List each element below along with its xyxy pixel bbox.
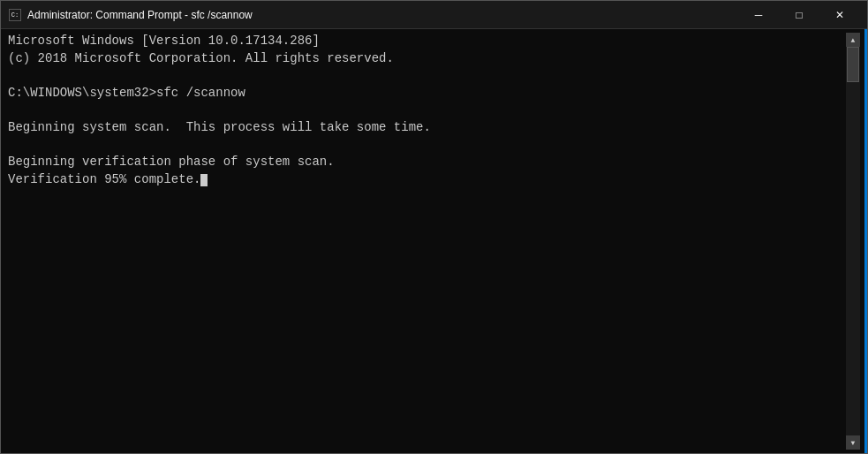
scrollbar-arrow-up[interactable]: ▲ <box>846 33 860 47</box>
cmd-app-icon <box>8 8 22 22</box>
maximize-button[interactable]: □ <box>779 1 819 29</box>
cursor <box>200 174 208 186</box>
window-title: Administrator: Command Prompt - sfc /sca… <box>27 9 253 21</box>
minimize-button[interactable]: ─ <box>738 1 779 29</box>
cmd-window: Administrator: Command Prompt - sfc /sca… <box>0 0 868 454</box>
terminal-output: Microsoft Windows [Version 10.0.17134.28… <box>8 33 846 188</box>
cmd-icon-graphic <box>9 9 21 21</box>
scrollbar-track[interactable] <box>846 47 860 435</box>
window-accent-border <box>864 29 867 453</box>
titlebar: Administrator: Command Prompt - sfc /sca… <box>1 1 867 29</box>
terminal-content[interactable]: Microsoft Windows [Version 10.0.17134.28… <box>8 33 846 450</box>
scrollbar[interactable]: ▲ ▼ <box>846 33 860 450</box>
titlebar-controls: ─ □ ✕ <box>738 1 860 29</box>
scrollbar-arrow-down[interactable]: ▼ <box>846 435 860 450</box>
terminal-body: Microsoft Windows [Version 10.0.17134.28… <box>1 29 867 453</box>
close-button[interactable]: ✕ <box>819 1 860 29</box>
scrollbar-thumb[interactable] <box>847 47 859 82</box>
titlebar-left: Administrator: Command Prompt - sfc /sca… <box>8 8 253 22</box>
